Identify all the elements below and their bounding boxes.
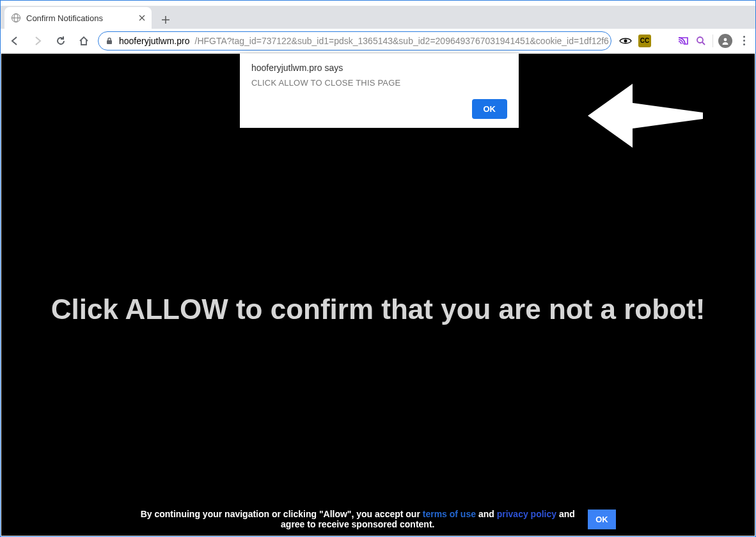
terms-of-use-link[interactable]: terms of use [423, 509, 476, 519]
footer-text-pre: By continuing your navigation or clickin… [141, 509, 423, 519]
url-path: /HFGTA?tag_id=737122&sub_id1=pdsk_136514… [195, 36, 609, 46]
browser-toolbar: hooferyjutlwm.pro/HFGTA?tag_id=737122&su… [1, 29, 755, 53]
nav-reload-button[interactable] [52, 32, 70, 50]
url-domain: hooferyjutlwm.pro [119, 36, 190, 46]
extension-cc-icon[interactable]: CC [638, 35, 651, 47]
nav-home-button[interactable] [75, 32, 93, 50]
titlebar [1, 1, 755, 6]
page-footer-bar: By continuing your navigation or clickin… [1, 509, 755, 529]
search-icon[interactable] [695, 35, 707, 47]
chrome-menu-button[interactable] [737, 35, 750, 47]
page-headline: Click ALLOW to confirm that you are not … [1, 293, 755, 325]
svg-line-14 [702, 42, 705, 45]
alert-message-text: CLICK ALLOW TO CLOSE THIS PAGE [251, 78, 507, 88]
svg-point-15 [724, 38, 727, 41]
footer-text-mid: and [476, 509, 497, 519]
extension-icons: CC [617, 35, 654, 47]
javascript-alert-dialog: hooferyjutlwm.pro says CLICK ALLOW TO CL… [240, 54, 519, 128]
svg-point-12 [624, 39, 627, 42]
tab-close-button[interactable] [139, 15, 145, 21]
lock-icon [105, 36, 114, 45]
browser-window: Confirm Notifications hooferyjutlwm.pro/… [0, 0, 756, 537]
new-tab-button[interactable] [157, 11, 175, 29]
toolbar-divider [713, 35, 713, 47]
svg-point-13 [697, 37, 703, 43]
arrow-overlay-icon [588, 81, 703, 151]
svg-marker-16 [588, 84, 703, 148]
cast-icon[interactable] [677, 35, 689, 47]
globe-icon [11, 13, 21, 23]
footer-ok-button[interactable]: OK [588, 510, 616, 529]
privacy-policy-link[interactable]: privacy policy [497, 509, 556, 519]
nav-back-button[interactable] [6, 32, 24, 50]
extension-eye-icon[interactable] [619, 35, 632, 47]
alert-actions: OK [251, 99, 507, 119]
address-bar[interactable]: hooferyjutlwm.pro/HFGTA?tag_id=737122&su… [98, 31, 611, 51]
alert-ok-button[interactable]: OK [472, 99, 508, 119]
tab-title: Confirm Notifications [26, 13, 103, 23]
svg-rect-11 [107, 40, 112, 44]
profile-avatar-icon[interactable] [718, 34, 732, 48]
footer-disclaimer: By continuing your navigation or clickin… [140, 509, 575, 529]
tab-strip: Confirm Notifications [1, 6, 755, 29]
nav-forward-button[interactable] [29, 32, 47, 50]
browser-tab[interactable]: Confirm Notifications [4, 7, 152, 29]
alert-host-text: hooferyjutlwm.pro says [251, 63, 507, 73]
